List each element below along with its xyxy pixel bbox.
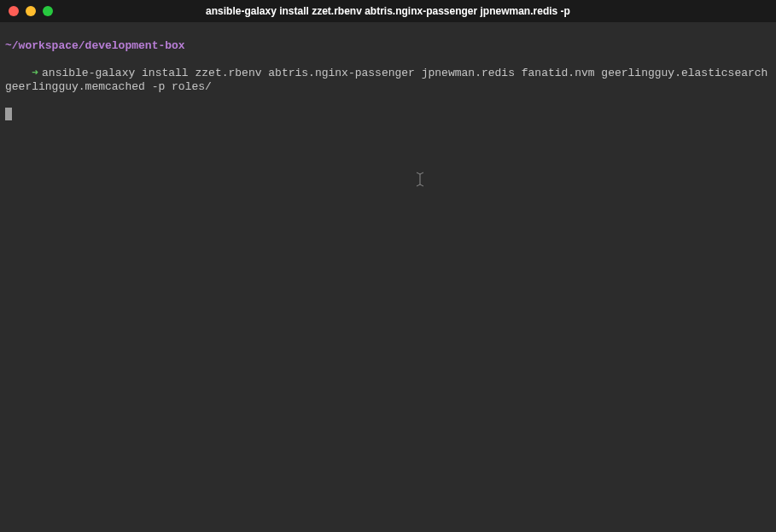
text-cursor-icon <box>416 172 424 190</box>
close-icon[interactable] <box>9 6 19 16</box>
blank-line <box>5 26 771 39</box>
prompt-arrow-icon: ➜ <box>32 67 38 79</box>
command-text: ansible-galaxy install zzet.rbenv abtris… <box>5 67 774 93</box>
cursor-line <box>5 108 771 121</box>
current-directory: ~/workspace/development-box <box>5 39 771 53</box>
minimize-icon[interactable] <box>26 6 36 16</box>
window-title: ansible-galaxy install zzet.rbenv abtris… <box>0 5 776 17</box>
cursor-block-icon <box>5 108 12 120</box>
terminal-body[interactable]: ~/workspace/development-box ➜ansible-gal… <box>0 22 776 532</box>
zoom-icon[interactable] <box>43 6 53 16</box>
prompt-line: ➜ansible-galaxy install zzet.rbenv abtri… <box>5 53 771 108</box>
traffic-lights <box>9 6 53 16</box>
window-titlebar: ansible-galaxy install zzet.rbenv abtris… <box>0 0 776 22</box>
